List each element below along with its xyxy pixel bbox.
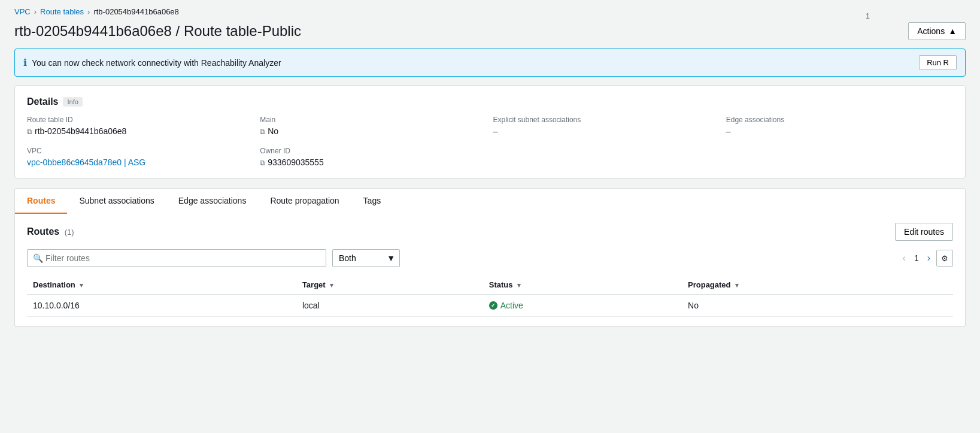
filter-row: 🔍 BothCustomPropagated ▼ ‹ 1 › ⚙ [27, 249, 953, 267]
copy-icon-main: ⧉ [260, 128, 265, 136]
status-active: Active [489, 301, 676, 310]
details-card: Details Info Route table ID ⧉rtb-02054b9… [14, 85, 966, 178]
tabs-bar: Routes Subnet associations Edge associat… [14, 188, 966, 213]
breadcrumb: VPC › Route tables › rtb-02054b9441b6a06… [0, 0, 980, 20]
details-info-tag[interactable]: Info [63, 97, 82, 107]
breadcrumb-sep1: › [34, 7, 37, 16]
detail-explicit-subnet-value: – [493, 126, 720, 136]
pagination-area: ‹ 1 › ⚙ [899, 250, 953, 267]
tab-routes[interactable]: Routes [15, 189, 67, 214]
filter-select[interactable]: BothCustomPropagated [332, 249, 400, 267]
search-icon: 🔍 [33, 253, 43, 263]
detail-vpc-link[interactable]: vpc-0bbe86c9645da78e0 | ASG [27, 158, 145, 167]
sort-icon-target[interactable]: ▾ [330, 281, 333, 289]
sort-icon-destination[interactable]: ▾ [80, 281, 83, 289]
filter-select-wrapper: BothCustomPropagated ▼ [332, 249, 400, 267]
detail-edge-assoc: Edge associations – [726, 116, 953, 136]
edit-routes-button[interactable]: Edit routes [895, 223, 953, 241]
routes-table: Destination ▾ Target ▾ Status ▾ Propagat… [27, 275, 953, 317]
breadcrumb-current: rtb-02054b9441b6a06e8 [93, 7, 178, 16]
page-header: rtb-02054b9441b6a06e8 / Route table-Publ… [0, 20, 980, 49]
breadcrumb-vpc[interactable]: VPC [14, 7, 31, 16]
detail-route-table-id: Route table ID ⧉rtb-02054b9441b6a06e8 [27, 116, 254, 136]
col-destination: Destination ▾ [27, 275, 296, 295]
col-propagated: Propagated ▾ [682, 275, 953, 295]
detail-vpc: VPC vpc-0bbe86c9645da78e0 | ASG [27, 147, 254, 167]
details-header: Details Info [27, 96, 953, 107]
detail-main-label: Main [260, 116, 487, 124]
table-settings-button[interactable]: ⚙ [936, 250, 953, 267]
copy-icon-rtb[interactable]: ⧉ [27, 128, 32, 136]
run-reachability-button[interactable]: Run R [919, 55, 957, 70]
actions-label: Actions [917, 26, 945, 36]
tab-tags[interactable]: Tags [351, 189, 393, 214]
detail-explicit-subnet: Explicit subnet associations – [493, 116, 720, 136]
step-number-1: 1 [866, 11, 870, 20]
pagination-next-button[interactable]: › [924, 252, 934, 265]
status-dot-icon [489, 301, 497, 310]
detail-main-value: ⧉No [260, 126, 487, 136]
page-title: rtb-02054b9441b6a06e8 / Route table-Publ… [14, 23, 301, 40]
copy-icon-owner[interactable]: ⧉ [260, 159, 265, 167]
detail-vpc-value: vpc-0bbe86c9645da78e0 | ASG [27, 158, 254, 167]
sort-icon-propagated[interactable]: ▾ [735, 281, 739, 289]
actions-arrow: ▲ [948, 26, 957, 36]
sort-icon-status[interactable]: ▾ [517, 281, 521, 289]
table-row: 10.10.0.0/16 local Active No [27, 295, 953, 317]
detail-owner-id: Owner ID ⧉933609035555 [260, 147, 487, 167]
detail-explicit-subnet-label: Explicit subnet associations [493, 116, 720, 124]
pagination-prev-button[interactable]: ‹ [899, 252, 909, 265]
detail-edge-assoc-value: – [726, 126, 953, 136]
routes-panel: Routes (1) Edit routes 🔍 BothCustomPropa… [14, 213, 966, 327]
detail-owner-id-label: Owner ID [260, 147, 487, 155]
detail-route-table-id-label: Route table ID [27, 116, 254, 124]
cell-propagated: No [682, 295, 953, 317]
details-title: Details [27, 96, 58, 107]
col-status: Status ▾ [483, 275, 682, 295]
actions-button[interactable]: Actions ▲ [908, 22, 966, 40]
tabs-container: Routes Subnet associations Edge associat… [14, 188, 966, 327]
cell-target: local [296, 295, 483, 317]
info-icon: ℹ [23, 57, 27, 68]
routes-count: (1) [65, 228, 74, 237]
info-banner: ℹ You can now check network connectivity… [14, 49, 966, 77]
detail-route-table-id-value: ⧉rtb-02054b9441b6a06e8 [27, 126, 254, 136]
cell-destination: 10.10.0.0/16 [27, 295, 296, 317]
tab-subnet-associations[interactable]: Subnet associations [67, 189, 166, 214]
detail-vpc-label: VPC [27, 147, 254, 155]
tab-edge-associations[interactable]: Edge associations [166, 189, 259, 214]
info-banner-content: ℹ You can now check network connectivity… [23, 57, 281, 68]
routes-title: Routes (1) [27, 226, 74, 237]
tab-route-propagation[interactable]: Route propagation [258, 189, 351, 214]
search-wrapper: 🔍 [27, 249, 326, 267]
pagination-page-number: 1 [912, 253, 921, 263]
detail-edge-assoc-label: Edge associations [726, 116, 953, 124]
detail-main: Main ⧉No [260, 116, 487, 136]
breadcrumb-sep2: › [87, 7, 90, 16]
detail-owner-id-value: ⧉933609035555 [260, 158, 487, 167]
info-banner-text: You can now check network connectivity w… [32, 58, 281, 68]
filter-routes-input[interactable] [27, 249, 326, 267]
cell-status: Active [483, 295, 682, 317]
details-grid: Route table ID ⧉rtb-02054b9441b6a06e8 Ma… [27, 116, 953, 167]
routes-header: Routes (1) Edit routes [27, 223, 953, 241]
breadcrumb-route-tables[interactable]: Route tables [40, 7, 84, 16]
col-target: Target ▾ [296, 275, 483, 295]
